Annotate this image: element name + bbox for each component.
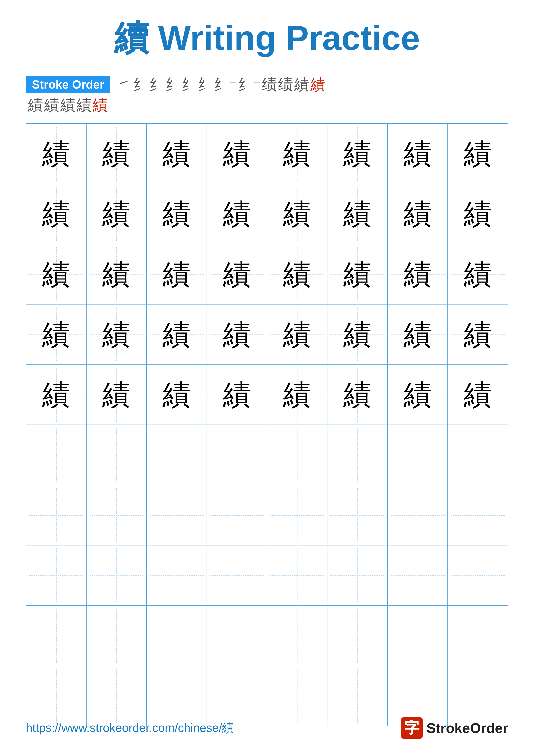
grid-cell-4-2[interactable]: 績 [87, 304, 147, 364]
grid-cell-6-1[interactable] [26, 425, 87, 485]
footer-logo-char: 字 [404, 718, 420, 738]
grid-cell-4-7[interactable]: 績 [388, 304, 448, 364]
title-english: Writing Practice [149, 18, 420, 57]
grid-cell-2-3[interactable]: 績 [146, 184, 207, 244]
char-dark: 績 [42, 140, 70, 168]
grid-cell-4-4[interactable]: 績 [207, 304, 267, 364]
grid-cell-4-3[interactable]: 績 [146, 304, 207, 364]
grid-cell-2-4[interactable]: 績 [207, 184, 267, 244]
grid-cell-4-6[interactable]: 績 [327, 304, 388, 364]
grid-cell-5-3[interactable]: 績 [146, 364, 207, 425]
char-light: 績 [283, 381, 311, 409]
stroke-4: 纟 [165, 77, 180, 92]
grid-cell-8-6[interactable] [327, 545, 388, 606]
grid-cell-6-5[interactable] [267, 425, 327, 485]
grid-cell-3-3[interactable]: 績 [146, 244, 207, 304]
grid-cell-6-8[interactable] [447, 425, 508, 485]
grid-cell-2-8[interactable]: 績 [447, 184, 508, 244]
grid-cell-9-6[interactable] [327, 606, 388, 666]
grid-cell-1-7[interactable]: 績 [388, 123, 448, 184]
grid-cell-7-5[interactable] [267, 485, 327, 546]
grid-cell-3-6[interactable]: 績 [327, 244, 388, 304]
practice-grid-container: 績 績 績 績 績 績 績 績 績 績 績 績 績 [26, 123, 508, 739]
grid-cell-5-6[interactable]: 績 [327, 364, 388, 425]
grid-cell-9-7[interactable] [388, 606, 448, 666]
grid-cell-3-5[interactable]: 績 [267, 244, 327, 304]
grid-cell-2-1[interactable]: 績 [26, 184, 87, 244]
grid-cell-1-3[interactable]: 績 [146, 123, 207, 184]
grid-cell-1-2[interactable]: 績 [87, 123, 147, 184]
grid-cell-5-4[interactable]: 績 [207, 364, 267, 425]
char-light: 績 [464, 140, 492, 168]
grid-cell-1-4[interactable]: 績 [207, 123, 267, 184]
grid-cell-8-8[interactable] [447, 545, 508, 606]
grid-cell-3-8[interactable]: 績 [447, 244, 508, 304]
grid-cell-2-6[interactable]: 績 [327, 184, 388, 244]
char-light: 績 [464, 260, 492, 288]
grid-cell-6-2[interactable] [87, 425, 147, 485]
grid-cell-9-1[interactable] [26, 606, 87, 666]
char-light: 績 [102, 140, 130, 168]
grid-cell-5-5[interactable]: 績 [267, 364, 327, 425]
grid-cell-1-6[interactable]: 績 [327, 123, 388, 184]
grid-cell-9-2[interactable] [87, 606, 147, 666]
grid-cell-6-4[interactable] [207, 425, 267, 485]
grid-cell-2-2[interactable]: 績 [87, 184, 147, 244]
char-light: 績 [42, 381, 70, 409]
grid-cell-4-5[interactable]: 績 [267, 304, 327, 364]
grid-cell-7-4[interactable] [207, 485, 267, 546]
grid-cell-5-2[interactable]: 績 [87, 364, 147, 425]
footer-url[interactable]: https://www.strokeorder.com/chinese/績 [26, 720, 234, 736]
char-light: 績 [163, 320, 191, 348]
grid-cell-8-7[interactable] [388, 545, 448, 606]
grid-cell-7-8[interactable] [447, 485, 508, 546]
grid-cell-6-6[interactable] [327, 425, 388, 485]
grid-cell-2-5[interactable]: 績 [267, 184, 327, 244]
grid-cell-5-8[interactable]: 績 [447, 364, 508, 425]
grid-cell-3-4[interactable]: 績 [207, 244, 267, 304]
grid-cell-7-1[interactable] [26, 485, 87, 546]
char-light: 績 [163, 140, 191, 168]
grid-cell-8-2[interactable] [87, 545, 147, 606]
char-light: 績 [343, 320, 371, 348]
grid-cell-9-8[interactable] [447, 606, 508, 666]
grid-cell-8-5[interactable] [267, 545, 327, 606]
grid-cell-9-4[interactable] [207, 606, 267, 666]
stroke-r2-2: 績 [44, 97, 59, 113]
char-light: 績 [223, 140, 251, 168]
char-light: 績 [42, 260, 70, 288]
grid-cell-9-3[interactable] [146, 606, 207, 666]
char-light: 績 [404, 140, 432, 168]
char-light: 績 [343, 200, 371, 228]
grid-cell-3-7[interactable]: 績 [388, 244, 448, 304]
grid-cell-8-3[interactable] [146, 545, 207, 606]
grid-cell-8-4[interactable] [207, 545, 267, 606]
grid-cell-1-5[interactable]: 績 [267, 123, 327, 184]
grid-cell-5-7[interactable]: 績 [388, 364, 448, 425]
grid-cell-6-3[interactable] [146, 425, 207, 485]
grid-cell-8-1[interactable] [26, 545, 87, 606]
practice-grid: 績 績 績 績 績 績 績 績 績 績 績 績 績 [26, 123, 508, 726]
grid-row-2: 績 績 績 績 績 績 績 績 [26, 184, 508, 244]
stroke-8: 纟⁻ [238, 77, 261, 92]
grid-row-7 [26, 485, 508, 546]
grid-cell-2-7[interactable]: 績 [388, 184, 448, 244]
grid-cell-4-1[interactable]: 績 [26, 304, 87, 364]
stroke-r2-5: 績 [93, 97, 108, 113]
grid-cell-7-7[interactable] [388, 485, 448, 546]
grid-cell-9-5[interactable] [267, 606, 327, 666]
char-light: 績 [223, 200, 251, 228]
grid-cell-3-1[interactable]: 績 [26, 244, 87, 304]
grid-cell-1-8[interactable]: 績 [447, 123, 508, 184]
grid-cell-5-1[interactable]: 績 [26, 364, 87, 425]
grid-cell-7-3[interactable] [146, 485, 207, 546]
grid-cell-1-1[interactable]: 績 [26, 123, 87, 184]
char-light: 績 [343, 381, 371, 409]
char-light: 績 [223, 260, 251, 288]
grid-cell-6-7[interactable] [388, 425, 448, 485]
grid-cell-7-6[interactable] [327, 485, 388, 546]
grid-cell-3-2[interactable]: 績 [87, 244, 147, 304]
grid-cell-4-8[interactable]: 績 [447, 304, 508, 364]
char-light: 績 [283, 260, 311, 288]
grid-cell-7-2[interactable] [87, 485, 147, 546]
